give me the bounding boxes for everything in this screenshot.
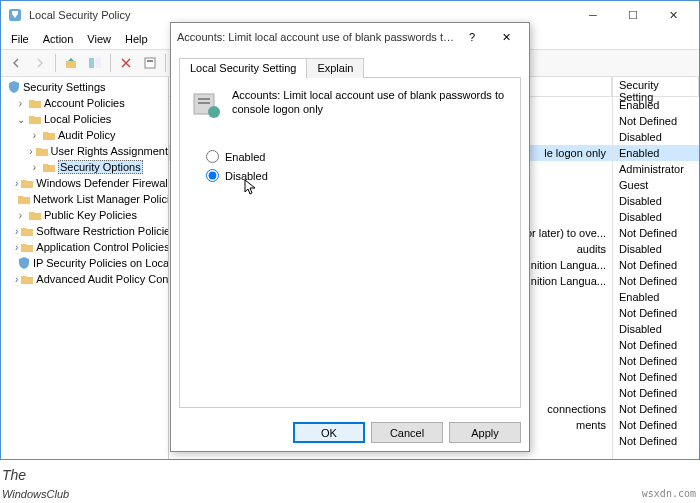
cancel-button[interactable]: Cancel	[371, 422, 443, 443]
radio-enabled[interactable]: Enabled	[206, 150, 510, 163]
svg-rect-4	[145, 58, 155, 68]
svg-rect-10	[198, 102, 210, 104]
dialog-title-bar: Accounts: Limit local account use of bla…	[171, 23, 529, 51]
app-icon	[7, 7, 23, 23]
folder-icon	[28, 96, 42, 110]
expand-icon[interactable]: ›	[29, 130, 40, 141]
list-value[interactable]: Disabled	[613, 129, 699, 145]
menu-view[interactable]: View	[81, 31, 117, 47]
list-value[interactable]: Not Defined	[613, 369, 699, 385]
list-value[interactable]: Not Defined	[613, 305, 699, 321]
menu-file[interactable]: File	[5, 31, 35, 47]
list-value[interactable]: Not Defined	[613, 273, 699, 289]
tree-item[interactable]: Network List Manager Policies	[1, 191, 168, 207]
list-value[interactable]: Not Defined	[613, 433, 699, 449]
watermark: The WindowsClub	[2, 465, 69, 501]
forward-button[interactable]	[29, 52, 51, 74]
tree-item[interactable]: ⌄Local Policies	[1, 111, 168, 127]
dialog-title: Accounts: Limit local account use of bla…	[177, 31, 455, 43]
svg-rect-5	[147, 60, 153, 62]
menu-help[interactable]: Help	[119, 31, 154, 47]
tree-item[interactable]: ›Security Options	[1, 159, 168, 175]
list-value[interactable]: Not Defined	[613, 257, 699, 273]
list-value[interactable]: Guest	[613, 177, 699, 193]
window-title: Local Security Policy	[29, 9, 573, 21]
tree-item[interactable]: ›User Rights Assignment	[1, 143, 168, 159]
show-hide-button[interactable]	[84, 52, 106, 74]
tree-item-label: Account Policies	[44, 97, 125, 109]
expand-icon[interactable]: ⌄	[15, 114, 26, 125]
radio-disabled[interactable]: Disabled	[206, 169, 510, 182]
expand-icon[interactable]: ›	[29, 162, 40, 173]
radio-enabled-input[interactable]	[206, 150, 219, 163]
tree-root[interactable]: Security Settings	[1, 79, 168, 95]
list-value[interactable]: Not Defined	[613, 385, 699, 401]
tree-item[interactable]: ›Audit Policy	[1, 127, 168, 143]
tab-local-security-setting[interactable]: Local Security Setting	[179, 58, 307, 78]
properties-dialog: Accounts: Limit local account use of bla…	[170, 22, 530, 452]
tab-explain[interactable]: Explain	[306, 58, 364, 78]
folder-icon	[42, 160, 56, 174]
tree-item[interactable]: ›Windows Defender Firewall	[1, 175, 168, 191]
folder-icon	[42, 128, 56, 142]
tree-item[interactable]: ›Application Control Policies	[1, 239, 168, 255]
folder-icon	[20, 224, 34, 238]
tree-item-label: Network List Manager Policies	[33, 193, 169, 205]
list-value[interactable]: Not Defined	[613, 337, 699, 353]
list-value[interactable]: Enabled	[613, 289, 699, 305]
ok-button[interactable]: OK	[293, 422, 365, 443]
list-value[interactable]: Administrator	[613, 161, 699, 177]
expand-icon[interactable]: ›	[15, 226, 18, 237]
expand-icon[interactable]: ›	[15, 178, 18, 189]
list-value[interactable]: Disabled	[613, 321, 699, 337]
policy-icon	[190, 88, 222, 120]
folder-icon	[20, 240, 34, 254]
radio-group: Enabled Disabled	[206, 150, 510, 182]
list-value[interactable]: Enabled	[613, 145, 699, 161]
apply-button[interactable]: Apply	[449, 422, 521, 443]
expand-icon[interactable]: ›	[15, 98, 26, 109]
maximize-button[interactable]: ☐	[613, 3, 653, 27]
list-value[interactable]: Not Defined	[613, 225, 699, 241]
list-value[interactable]: Not Defined	[613, 417, 699, 433]
menu-action[interactable]: Action	[37, 31, 80, 47]
up-button[interactable]	[60, 52, 82, 74]
list-value[interactable]: Disabled	[613, 193, 699, 209]
properties-button[interactable]	[139, 52, 161, 74]
expand-icon[interactable]: ›	[15, 242, 18, 253]
policy-description: Accounts: Limit local account use of bla…	[232, 88, 510, 120]
setting-column-header[interactable]: Security Setting	[613, 77, 699, 97]
delete-button[interactable]	[115, 52, 137, 74]
tree-panel[interactable]: Security Settings ›Account Policies⌄Loca…	[1, 77, 169, 459]
folder-icon	[28, 208, 42, 222]
minimize-button[interactable]: ─	[573, 3, 613, 27]
list-value[interactable]: Disabled	[613, 241, 699, 257]
list-value[interactable]: Not Defined	[613, 353, 699, 369]
expand-icon[interactable]: ›	[15, 210, 26, 221]
list-value[interactable]: Enabled	[613, 97, 699, 113]
tree-item[interactable]: ›Account Policies	[1, 95, 168, 111]
tree-item-label: Security Options	[58, 160, 143, 174]
cursor-icon	[244, 179, 258, 197]
tree-item-label: Advanced Audit Policy Configuration	[36, 273, 169, 285]
dialog-close-button[interactable]: ✕	[489, 25, 523, 49]
shield-icon	[7, 80, 21, 94]
list-value[interactable]: Disabled	[613, 209, 699, 225]
tree-item-label: Software Restriction Policies	[36, 225, 169, 237]
list-value[interactable]: Not Defined	[613, 401, 699, 417]
tree-item[interactable]: ›Public Key Policies	[1, 207, 168, 223]
back-button[interactable]	[5, 52, 27, 74]
expand-icon[interactable]: ›	[15, 274, 18, 285]
tree-item-label: Audit Policy	[58, 129, 115, 141]
tree-item[interactable]: ›Advanced Audit Policy Configuration	[1, 271, 168, 287]
tree-item-label: Public Key Policies	[44, 209, 137, 221]
folder-icon	[17, 192, 31, 206]
dialog-help-button[interactable]: ?	[455, 25, 489, 49]
tree-item-label: User Rights Assignment	[51, 145, 168, 157]
radio-disabled-input[interactable]	[206, 169, 219, 182]
expand-icon[interactable]: ›	[29, 146, 33, 157]
tree-item[interactable]: ›Software Restriction Policies	[1, 223, 168, 239]
tree-item[interactable]: IP Security Policies on Local	[1, 255, 168, 271]
close-button[interactable]: ✕	[653, 3, 693, 27]
list-value[interactable]: Not Defined	[613, 113, 699, 129]
